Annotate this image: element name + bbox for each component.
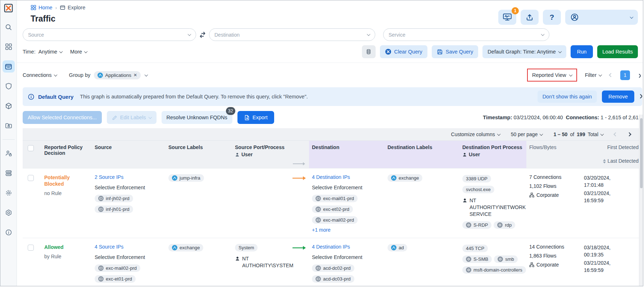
port-chip[interactable]: 445 TCP bbox=[462, 245, 488, 252]
app-label-chip[interactable]: exchange bbox=[168, 244, 203, 251]
reported-view-dropdown[interactable]: Reported View bbox=[527, 69, 577, 82]
run-button[interactable]: Run bbox=[571, 45, 593, 58]
host-chip[interactable]: inf-jh01-prd bbox=[95, 205, 133, 213]
resolve-unknown-fqdns-button[interactable]: Resolve Unknown FQDNs 32 bbox=[162, 111, 232, 124]
app-logo-icon[interactable] bbox=[4, 3, 13, 14]
source-input[interactable] bbox=[28, 32, 188, 38]
scrollbar-thumb[interactable] bbox=[640, 118, 643, 188]
app-label-chip[interactable]: exchange bbox=[387, 174, 422, 182]
filter-dropdown[interactable]: Filter bbox=[585, 72, 602, 78]
table-next-page-icon[interactable] bbox=[627, 132, 631, 136]
connections-view-dropdown[interactable]: Connections bbox=[23, 72, 57, 78]
breadcrumb-explore[interactable]: Explore bbox=[60, 5, 85, 10]
header-source-labels[interactable]: Source Labels bbox=[165, 141, 232, 168]
edit-labels-button[interactable]: Edit Labels bbox=[107, 111, 157, 124]
allow-selected-connections-button[interactable]: Allow Selected Connections... bbox=[23, 111, 102, 124]
remove-chip-icon[interactable]: ✕ bbox=[133, 73, 137, 78]
host-chip[interactable]: acd-dc02-prd bbox=[312, 264, 354, 272]
export-upload-button[interactable] bbox=[521, 10, 539, 25]
explore-box-icon[interactable] bbox=[3, 60, 15, 73]
source-ips-link[interactable]: 4 Source IPs bbox=[95, 244, 123, 250]
row-range-dropdown[interactable]: 1 – 50 of 199 Total bbox=[553, 131, 603, 137]
header-source[interactable]: Source bbox=[92, 141, 165, 168]
settings-gear-icon[interactable] bbox=[3, 187, 15, 199]
port-chip[interactable]: 3389 UDP bbox=[462, 175, 491, 182]
host-chip[interactable]: inf-jh02-prd bbox=[95, 195, 133, 202]
row-checkbox[interactable] bbox=[28, 245, 34, 251]
query-history-button[interactable] bbox=[362, 45, 376, 58]
chevron-down-icon[interactable] bbox=[145, 73, 148, 77]
host-chip[interactable]: exc-mail02-prd bbox=[312, 216, 358, 224]
dashboard-grid-icon[interactable] bbox=[3, 41, 15, 53]
cube-icon[interactable] bbox=[3, 100, 15, 112]
workload-icon bbox=[316, 217, 321, 223]
search-icon[interactable] bbox=[3, 21, 15, 33]
help-button[interactable]: ? bbox=[543, 10, 561, 25]
header-source-port[interactable]: Source Port/Process User bbox=[232, 141, 289, 168]
header-last-detected[interactable]: Last Detected bbox=[584, 158, 639, 164]
load-results-button[interactable]: Load Results bbox=[597, 45, 638, 58]
folder-lock-icon[interactable] bbox=[3, 120, 15, 132]
close-icon[interactable] bbox=[639, 93, 642, 99]
host-chip[interactable]: acd-dc03-prd bbox=[312, 275, 354, 283]
user-menu[interactable] bbox=[565, 10, 638, 25]
swap-source-destination-button[interactable] bbox=[196, 31, 209, 38]
header-flows-bytes[interactable]: Flows/Bytes bbox=[526, 141, 581, 168]
process-chip[interactable]: svchost.exe bbox=[462, 186, 494, 193]
next-page-icon[interactable] bbox=[638, 74, 641, 78]
select-all-checkbox[interactable] bbox=[28, 145, 34, 151]
host-chip[interactable]: exc-mail02-prd bbox=[95, 264, 140, 272]
host-chip[interactable]: exc-mail01-prd bbox=[312, 195, 358, 202]
time-dropdown[interactable]: Anytime bbox=[38, 49, 62, 55]
user-lock-icon[interactable] bbox=[3, 147, 15, 159]
table-row[interactable]: Potentially Blocked no Rule 2 Source IPs… bbox=[23, 168, 643, 238]
breadcrumb-home-link[interactable]: Home bbox=[31, 5, 53, 10]
app-label-chip[interactable]: jump-infra bbox=[168, 174, 204, 182]
shield-icon[interactable] bbox=[3, 80, 15, 92]
page-1-button[interactable]: 1 bbox=[620, 70, 630, 80]
table-prev-page-icon[interactable] bbox=[613, 132, 617, 136]
vertical-scrollbar[interactable] bbox=[639, 115, 643, 286]
source-dropdown[interactable] bbox=[23, 28, 196, 41]
destination-ips-link[interactable]: 4 Destination IPs bbox=[312, 174, 350, 180]
header-destination-port[interactable]: Destination Port Process User bbox=[459, 141, 526, 168]
more-link[interactable]: +1 more bbox=[312, 227, 331, 233]
header-first-detected[interactable]: First Detected bbox=[584, 144, 639, 150]
clear-query-button[interactable]: Clear Query bbox=[380, 45, 427, 58]
process-chip[interactable]: System bbox=[235, 244, 258, 251]
service-chip[interactable]: S-RDP bbox=[462, 221, 491, 229]
group-by-applications-chip[interactable]: Applications ✕ bbox=[94, 71, 141, 79]
header-destination-labels[interactable]: Destination Labels bbox=[385, 141, 459, 168]
service-dropdown[interactable] bbox=[383, 28, 549, 41]
remove-button[interactable]: Remove bbox=[602, 91, 634, 103]
default-graph-dropdown[interactable]: Default Graph: Time: Anytime bbox=[482, 45, 566, 58]
export-button[interactable]: Export bbox=[237, 111, 274, 124]
host-chip[interactable]: exc-et02-prd bbox=[312, 205, 353, 213]
monitor-activity-button[interactable]: 1 bbox=[498, 10, 516, 25]
hex-nut-icon[interactable] bbox=[3, 207, 15, 219]
service-input[interactable] bbox=[389, 32, 541, 38]
customize-columns-dropdown[interactable]: Customize columns bbox=[451, 131, 500, 137]
save-query-button[interactable]: Save Query bbox=[432, 45, 479, 58]
dont-show-again-button[interactable]: Don't show this again bbox=[538, 91, 597, 103]
service-chip[interactable]: smb bbox=[494, 255, 518, 263]
header-destination[interactable]: Destination bbox=[309, 141, 385, 168]
row-checkbox[interactable] bbox=[28, 175, 34, 181]
prev-page-icon[interactable] bbox=[609, 73, 613, 77]
destination-input[interactable] bbox=[214, 32, 367, 38]
per-page-dropdown[interactable]: 50 per page bbox=[511, 131, 543, 137]
header-direction-cell bbox=[289, 141, 309, 168]
service-chip[interactable]: msft-domain-controllers bbox=[462, 266, 526, 274]
service-chip[interactable]: S-SMB bbox=[462, 255, 492, 263]
servers-icon[interactable] bbox=[3, 167, 15, 179]
destination-ips-link[interactable]: 4 Destination IPs bbox=[312, 244, 350, 250]
service-chip[interactable]: rdp bbox=[494, 221, 515, 229]
host-chip[interactable]: exc-et01-prd bbox=[95, 275, 136, 283]
table-row[interactable]: Allowed by Rule 4 Source IPs Selective E… bbox=[23, 238, 643, 286]
app-label-chip[interactable]: ad bbox=[387, 244, 407, 251]
source-ips-link[interactable]: 2 Source IPs bbox=[95, 174, 123, 180]
header-reported-policy-decision[interactable]: Reported Policy Decision bbox=[41, 141, 92, 168]
info-icon[interactable] bbox=[3, 226, 15, 239]
destination-dropdown[interactable] bbox=[209, 28, 375, 41]
more-dropdown[interactable]: More bbox=[70, 49, 87, 55]
